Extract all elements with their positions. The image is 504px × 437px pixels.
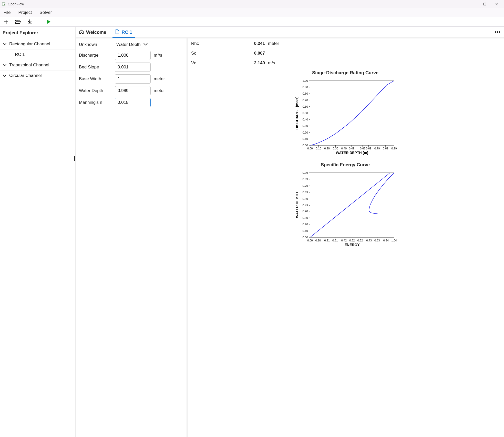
results-panel: Rhc0.241meterSc0.007Vc2.140m/s Stage-Dis… <box>188 38 504 437</box>
svg-text:0.00: 0.00 <box>307 239 313 242</box>
svg-text:0.00: 0.00 <box>302 144 308 147</box>
form-label: Bed Slope <box>79 65 115 70</box>
svg-text:0.21: 0.21 <box>324 239 330 242</box>
form-label: Discharge <box>79 53 115 58</box>
chart1-title: Stage-Discharge Rating Curve <box>191 70 499 76</box>
file-icon <box>115 29 120 36</box>
tree-item-label: Trapezoidal Channel <box>9 63 49 68</box>
menu-solver[interactable]: Solver <box>38 9 53 16</box>
svg-rect-1 <box>3 3 3 5</box>
svg-text:0.10: 0.10 <box>302 229 308 232</box>
unknown-select-value: Water Depth <box>116 42 141 47</box>
svg-text:0.40: 0.40 <box>302 118 308 121</box>
svg-text:0.90: 0.90 <box>302 86 308 89</box>
svg-text:0.10: 0.10 <box>302 137 308 140</box>
tabbar: Welcome RC 1 ••• <box>76 27 504 38</box>
svg-rect-59 <box>310 173 394 237</box>
app-icon <box>2 2 6 6</box>
project-explorer-title: Project Explorer <box>0 27 75 39</box>
add-button[interactable] <box>3 18 10 25</box>
svg-text:0.00: 0.00 <box>302 236 308 239</box>
result-value: 2.140 <box>251 60 265 66</box>
chevron-down-icon <box>3 42 7 46</box>
menu-file[interactable]: File <box>3 9 12 16</box>
run-button[interactable] <box>45 18 52 25</box>
tree-item-label: Rectangular Channel <box>9 42 50 47</box>
svg-text:0.20: 0.20 <box>302 223 308 226</box>
result-label: Rhc <box>191 41 251 46</box>
tab-rc1-label: RC 1 <box>122 30 132 35</box>
tab-more-button[interactable]: ••• <box>493 29 502 35</box>
svg-text:0.42: 0.42 <box>341 239 346 242</box>
form-input-water-depth[interactable] <box>115 86 151 95</box>
svg-text:0.50: 0.50 <box>302 111 308 115</box>
svg-text:DISCHARGE (m3/s): DISCHARGE (m3/s) <box>295 96 299 129</box>
tab-welcome-label: Welcome <box>86 30 106 35</box>
splitter-left[interactable] <box>74 156 75 161</box>
tab-welcome[interactable]: Welcome <box>78 27 107 37</box>
tree-item-label: Circular Channel <box>9 73 42 78</box>
svg-text:0.10: 0.10 <box>316 147 321 150</box>
toolbar <box>0 17 504 27</box>
form-unit: meter <box>154 76 165 82</box>
svg-text:0.62: 0.62 <box>360 147 365 150</box>
chevron-down-icon <box>3 63 7 67</box>
svg-text:0.59: 0.59 <box>302 197 308 200</box>
tree-item[interactable]: Trapezoidal Channel <box>0 60 75 70</box>
form-unit: meter <box>154 88 165 93</box>
svg-marker-11 <box>47 19 50 24</box>
form-input-bed-slope[interactable] <box>115 63 151 72</box>
chart2-title: Specific Energy Curve <box>191 162 499 168</box>
chart-stage-discharge: 0.000.100.200.300.400.490.620.690.790.89… <box>294 78 397 156</box>
result-value: 0.241 <box>251 41 265 46</box>
project-explorer: Project Explorer Rectangular ChannelRC 1… <box>0 27 76 437</box>
tree-item[interactable]: Circular Channel <box>0 70 75 81</box>
form-label: Base Width <box>79 76 115 82</box>
svg-text:0.99: 0.99 <box>391 147 397 150</box>
svg-text:ENERGY: ENERGY <box>344 243 360 247</box>
download-button[interactable] <box>26 18 33 25</box>
tab-rc1[interactable]: RC 1 <box>114 27 133 37</box>
form-input-base-width[interactable] <box>115 74 151 84</box>
toolbar-separator <box>39 18 39 25</box>
menu-project[interactable]: Project <box>17 9 33 16</box>
form-input-manning-s-n[interactable] <box>115 98 151 107</box>
result-value: 0.007 <box>251 51 265 56</box>
minimize-button[interactable] <box>467 0 479 8</box>
svg-text:0.94: 0.94 <box>383 239 388 242</box>
svg-rect-2 <box>4 4 5 5</box>
svg-text:0.00: 0.00 <box>307 147 313 150</box>
svg-text:1.00: 1.00 <box>302 79 308 82</box>
svg-text:0.69: 0.69 <box>366 147 371 150</box>
maximize-button[interactable] <box>479 0 491 8</box>
open-button[interactable] <box>14 18 22 25</box>
svg-rect-0 <box>2 3 5 6</box>
chart-specific-energy: 0.000.100.210.310.420.520.620.730.830.94… <box>294 170 397 248</box>
result-unit: meter <box>268 41 279 46</box>
chevron-down-icon <box>143 42 148 47</box>
form-input-discharge[interactable] <box>115 51 151 60</box>
svg-text:WATER DEPTH: WATER DEPTH <box>295 192 299 218</box>
home-icon <box>79 29 84 36</box>
svg-text:0.30: 0.30 <box>302 124 308 127</box>
tree-item-child[interactable]: RC 1 <box>0 49 75 60</box>
svg-text:0.30: 0.30 <box>302 216 308 219</box>
input-form: Unknown Water Depth Dischargem³/sBed Slo… <box>76 38 188 437</box>
unknown-select[interactable]: Water Depth <box>115 41 149 48</box>
svg-text:0.80: 0.80 <box>302 92 308 95</box>
svg-text:0.20: 0.20 <box>302 131 308 134</box>
svg-text:0.89: 0.89 <box>302 178 308 181</box>
svg-text:0.52: 0.52 <box>349 239 355 242</box>
close-button[interactable] <box>491 0 502 8</box>
svg-text:0.40: 0.40 <box>302 210 308 213</box>
svg-text:WATER DEPTH (m): WATER DEPTH (m) <box>336 151 368 155</box>
tree-item[interactable]: Rectangular Channel <box>0 39 75 49</box>
svg-text:0.73: 0.73 <box>366 239 372 242</box>
svg-text:0.79: 0.79 <box>302 184 308 187</box>
svg-text:0.62: 0.62 <box>357 239 363 242</box>
svg-text:0.70: 0.70 <box>302 99 308 102</box>
svg-text:0.10: 0.10 <box>315 239 321 242</box>
svg-text:0.69: 0.69 <box>302 191 308 194</box>
svg-text:0.49: 0.49 <box>349 147 354 150</box>
svg-text:1.04: 1.04 <box>391 239 397 242</box>
